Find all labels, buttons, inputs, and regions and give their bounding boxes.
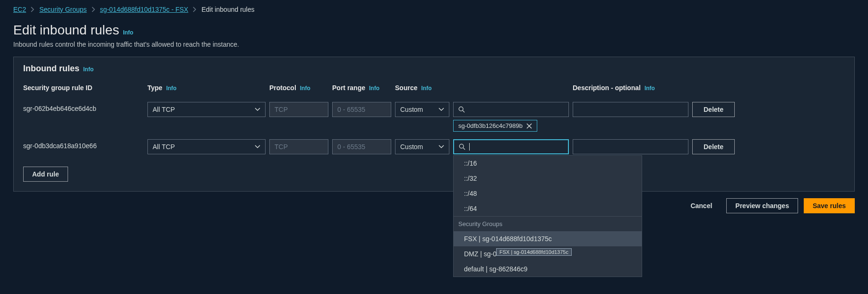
source-mode-select[interactable]: Custom (395, 139, 449, 154)
svg-line-3 (463, 148, 465, 150)
dropdown-option[interactable]: ::/48 (454, 186, 642, 201)
delete-rule-button[interactable]: Delete (692, 139, 735, 154)
protocol-field: TCP (269, 102, 328, 117)
rule-id: sgr-0db3dca618a910e66 (23, 139, 144, 150)
col-source: Source (395, 84, 417, 92)
col-rule-id: Security group rule ID (23, 84, 92, 92)
page-subtitle: Inbound rules control the incoming traff… (0, 40, 868, 57)
source-search-input[interactable] (469, 106, 564, 113)
source-search[interactable] (453, 102, 569, 117)
source-mode-value: Custom (400, 106, 423, 113)
source-search-input[interactable] (473, 143, 563, 151)
preview-changes-button[interactable]: Preview changes (726, 198, 798, 213)
col-port-range: Port range (332, 84, 365, 92)
type-select-value: All TCP (153, 106, 175, 113)
caret-down-icon (255, 145, 260, 149)
add-rule-button[interactable]: Add rule (23, 167, 68, 182)
dropdown-option[interactable]: ::/64 (454, 201, 642, 216)
breadcrumb-current: Edit inbound rules (201, 6, 254, 13)
dropdown-option-label: DMZ | sg-0 (464, 250, 497, 258)
info-link[interactable]: Info (645, 85, 655, 92)
port-range-field: 0 - 65535 (332, 139, 391, 154)
source-mode-select[interactable]: Custom (395, 102, 449, 117)
page-title: Edit inbound rules (13, 23, 119, 38)
dropdown-option[interactable]: default | sg-862846c9 (454, 261, 642, 277)
search-icon (459, 143, 465, 150)
port-range-field: 0 - 65535 (332, 102, 391, 117)
text-cursor (469, 143, 470, 151)
dropdown-group-label: Security Groups (454, 216, 642, 231)
caret-down-icon (438, 108, 444, 111)
source-search[interactable] (453, 139, 569, 154)
description-input[interactable] (573, 139, 688, 154)
rule-row: sgr-062b4eb646ce6d4cb All TCP TCP 0 - 65… (23, 98, 845, 135)
source-tag: sg-0dfb3b126c4c7989b (453, 120, 537, 132)
type-select-value: All TCP (153, 143, 175, 151)
col-description: Description - optional (573, 84, 641, 92)
info-link[interactable]: Info (369, 85, 379, 92)
save-rules-button[interactable]: Save rules (804, 198, 855, 213)
info-link[interactable]: Info (123, 29, 133, 36)
info-link[interactable]: Info (166, 85, 177, 92)
remove-tag-icon[interactable] (526, 123, 532, 129)
source-tag-label: sg-0dfb3b126c4c7989b (458, 122, 523, 129)
dropdown-option[interactable]: ::/16 (454, 156, 642, 171)
breadcrumb-link-security-groups[interactable]: Security Groups (39, 6, 86, 13)
svg-point-2 (459, 144, 464, 148)
cancel-button[interactable]: Cancel (682, 198, 721, 213)
protocol-field: TCP (269, 139, 328, 154)
search-icon (458, 106, 465, 113)
chevron-right-icon (92, 7, 95, 12)
caret-down-icon (438, 145, 444, 149)
caret-down-icon (255, 108, 260, 111)
source-mode-value: Custom (400, 143, 423, 151)
chevron-right-icon (193, 7, 197, 12)
type-select[interactable]: All TCP (147, 139, 266, 154)
chevron-right-icon (31, 7, 34, 12)
source-dropdown: ::/16 ::/32 ::/48 ::/64 Security Groups … (453, 155, 642, 277)
rule-row: sgr-0db3dca618a910e66 All TCP TCP 0 - 65… (23, 135, 845, 158)
col-type: Type (147, 84, 163, 92)
info-link[interactable]: Info (83, 66, 94, 73)
breadcrumb: EC2 Security Groups sg-014d688fd10d1375c… (0, 4, 868, 18)
info-link[interactable]: Info (300, 85, 310, 92)
dropdown-option[interactable]: ::/32 (454, 171, 642, 186)
tooltip: FSX | sg-014d688fd10d1375c (496, 248, 572, 256)
type-select[interactable]: All TCP (147, 102, 266, 117)
breadcrumb-link-sg[interactable]: sg-014d688fd10d1375c - FSX (100, 6, 189, 13)
svg-line-1 (463, 110, 464, 112)
dropdown-option[interactable]: FSX | sg-014d688fd10d1375c (454, 231, 642, 246)
col-protocol: Protocol (269, 84, 296, 92)
inbound-rules-panel: Inbound rules Info Security group rule I… (13, 57, 855, 192)
panel-title: Inbound rules (23, 64, 79, 74)
info-link[interactable]: Info (421, 85, 431, 92)
delete-rule-button[interactable]: Delete (692, 102, 735, 117)
rule-id: sgr-062b4eb646ce6d4cb (23, 102, 144, 112)
description-input[interactable] (573, 102, 688, 117)
svg-point-0 (459, 107, 463, 111)
breadcrumb-link-ec2[interactable]: EC2 (13, 6, 26, 13)
dropdown-option[interactable]: DMZ | sg-0 FSX | sg-014d688fd10d1375c (454, 246, 642, 261)
